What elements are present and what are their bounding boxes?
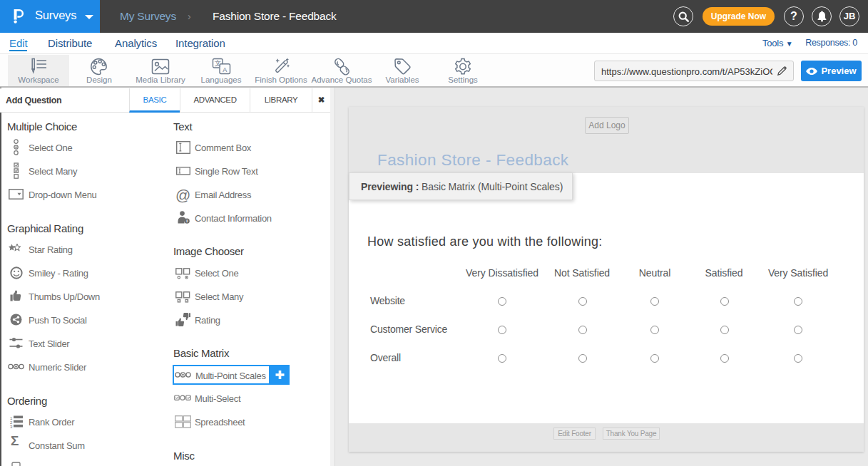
svg-text:A: A <box>223 66 227 73</box>
svg-text:3: 3 <box>10 425 13 429</box>
svg-text:i: i <box>186 218 188 223</box>
svg-text:文: 文 <box>214 59 221 67</box>
